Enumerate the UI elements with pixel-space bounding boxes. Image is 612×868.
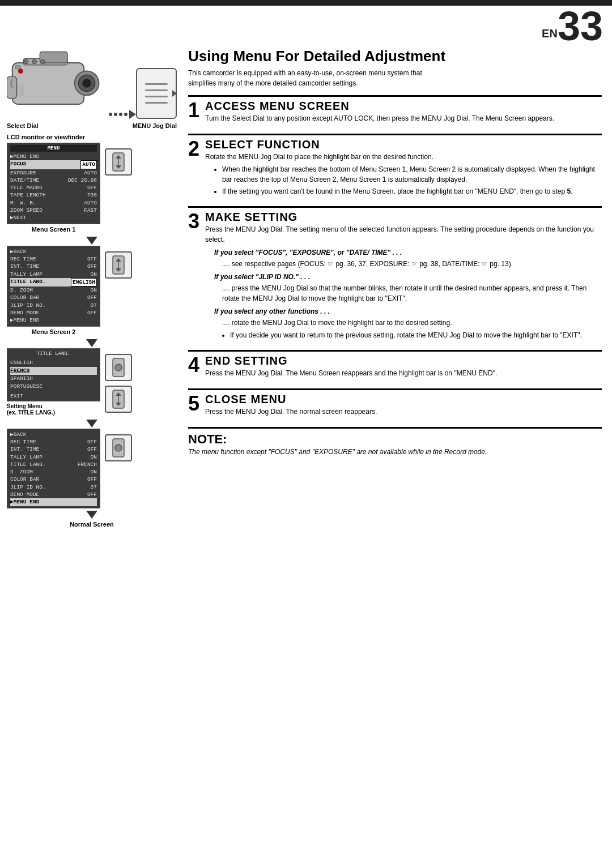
section-close-title-block: Close Menu Press the MENU Jog Dial. The …	[205, 394, 377, 417]
menu3-row-jlip: JLIP ID NO.07	[10, 484, 97, 491]
dial-arrow	[172, 90, 177, 97]
menu2-row-jlip: JLIP ID NO.07	[10, 302, 97, 309]
setting-option-portuguese: PORTUGUESE	[10, 383, 97, 391]
section-select-number: 2	[188, 139, 199, 159]
section-make-subs: If you select "FOCUS", "EXPOSURE", or "D…	[188, 247, 602, 340]
menu2-row-title-lang: TITLE LANG.ENGLISH	[10, 278, 97, 287]
jog-press-icon	[108, 357, 129, 378]
intro-text: This camcorder is equipped with an easy-…	[188, 68, 432, 88]
select-bullet-1: When the highlight bar reaches the botto…	[222, 164, 602, 185]
svg-point-10	[18, 69, 23, 74]
menu2-row-menu-end: ▶MENU END	[10, 317, 97, 324]
menu-screen2-box: ▶BACK REC TIMEOFF INT. TIMEOFF TALLY LAM…	[7, 246, 100, 327]
section-access-number: 1	[188, 100, 199, 121]
setting-menu-label: Setting Menu(ex. TITLE LANG.)	[7, 403, 100, 416]
menu-row-zoom-speed: ZOOM SPEEDFAST	[10, 207, 97, 214]
section-access: 1 Access Menu Screen Turn the Select Dia…	[188, 95, 602, 129]
section-end-title-block: End Setting Press the MENU Jog Dial. The…	[205, 355, 497, 378]
menu3-row-d-zoom: D. ZOOMON	[10, 468, 97, 476]
menu2-row-demo: DEMO MODEOFF	[10, 309, 97, 317]
dot3	[119, 113, 122, 116]
menu-row-next: ▶NEXT	[10, 214, 97, 221]
jog-icon-1	[105, 148, 132, 176]
arrow-down-2	[7, 339, 177, 347]
make-sub3-bullet: If you decide you want to return to the …	[230, 330, 602, 340]
section-access-header: 1 Access Menu Screen Turn the Select Dia…	[188, 100, 602, 123]
section-access-title-block: Access Menu Screen Turn the Select Dial …	[205, 100, 554, 123]
menu-screen1-label: Menu Screen 1	[7, 226, 100, 233]
menu-screen2-block: ▶BACK REC TIMEOFF INT. TIMEOFF TALLY LAM…	[7, 246, 177, 337]
section-end-title: End Setting	[205, 355, 497, 366]
setting-menu-box: TITLE LANG. ENGLISH FRENCH SPANISH PORTU…	[7, 348, 100, 401]
section-close-number: 5	[188, 394, 199, 414]
section-close: 5 Close Menu Press the MENU Jog Dial. Th…	[188, 388, 602, 422]
dot4	[124, 113, 128, 116]
menu-screen1-block: MENU ▶MENU END FOCUSAUTO EXPOSUREAUTO DA…	[7, 143, 177, 234]
note-body: The menu function except "FOCUS" and "EX…	[188, 447, 602, 457]
setting-exit: EXIT	[10, 393, 97, 399]
menu3-row-rec-time: REC TIMEOFF	[10, 438, 97, 446]
main-layout: Select Dial MENU Jog Dial LCD monitor or…	[0, 6, 612, 868]
right-column: Using Menu For Detailed Adjustment This …	[182, 11, 602, 862]
section-end-number: 4	[188, 355, 199, 375]
page-title: Using Menu For Detailed Adjustment	[188, 48, 602, 65]
section-select-header: 2 Select Function Rotate the MENU Jog Di…	[188, 139, 602, 162]
setting-option-english: ENGLISH	[10, 359, 97, 367]
camcorder-image	[7, 45, 109, 119]
jog-icon-5	[105, 434, 132, 461]
arrow-down-icon-3	[86, 420, 97, 427]
menu2-row-int-time: INT. TIMEOFF	[10, 263, 97, 270]
section-select: 2 Select Function Rotate the MENU Jog Di…	[188, 134, 602, 202]
menu3-row-demo: DEMO MODEOFF	[10, 491, 97, 498]
select-bullet-2: If the setting you want can't be found i…	[222, 186, 602, 196]
svg-point-8	[32, 59, 37, 64]
section-make: 3 Make Setting Press the MENU Jog Dial. …	[188, 206, 602, 345]
dial-labels: Select Dial MENU Jog Dial	[7, 122, 177, 129]
dot2	[114, 113, 117, 116]
arrow-down-4	[7, 511, 177, 519]
dot1	[109, 113, 112, 116]
menu-screen3-box: ▶BACK REC TIMEOFF INT. TIMEOFF TALLY LAM…	[7, 429, 100, 508]
jog-icon-2	[105, 251, 132, 279]
menu3-row-back: ▶BACK	[10, 431, 97, 438]
setting-option-french: FRENCH	[10, 367, 97, 375]
menu-row-datetime: DATE/TIMEDEC 25.98	[10, 177, 97, 184]
svg-point-3	[82, 79, 91, 88]
make-sub2-body: .... press the MENU Jog Dial so that the…	[214, 283, 602, 303]
section-make-title-block: Make Setting Press the MENU Jog Dial. Th…	[205, 211, 602, 245]
make-sub3-body: .... rotate the MENU Jog Dial to move th…	[214, 318, 602, 328]
menu-row-menu-end: ▶MENU END	[10, 153, 97, 160]
arrow-right	[129, 110, 136, 119]
section-access-body: Turn the Select Dial to any position exc…	[205, 113, 554, 123]
section-make-number: 3	[188, 211, 199, 232]
menu3-row-color-bar: COLOR BAROFF	[10, 476, 97, 483]
menu2-row-color-bar: COLOR BAROFF	[10, 294, 97, 301]
menu-row-tele-macro: TELE MACROOFF	[10, 184, 97, 191]
menu-row-tape-length: TAPE LENGTHT30	[10, 191, 97, 199]
left-column: Select Dial MENU Jog Dial LCD monitor or…	[7, 11, 182, 862]
setting-title: TITLE LANG.	[10, 350, 97, 357]
camcorder-area	[7, 45, 177, 119]
menu3-row-tally-lamp: TALLY LAMPON	[10, 454, 97, 461]
svg-point-9	[40, 59, 45, 64]
menu-screen3-block: ▶BACK REC TIMEOFF INT. TIMEOFF TALLY LAM…	[7, 429, 177, 508]
make-sub1-heading: If you select "FOCUS", "EXPOSURE", or "D…	[214, 247, 602, 258]
section-select-title-block: Select Function Rotate the MENU Jog Dial…	[205, 139, 434, 162]
setting-option-spanish: SPANISH	[10, 375, 97, 383]
svg-rect-0	[12, 63, 84, 104]
menu3-row-int-time: INT. TIMEOFF	[10, 446, 97, 453]
note-title: Note:	[188, 432, 602, 447]
section-close-body: Press the MENU Jog Dial. The normal scre…	[205, 407, 377, 417]
section-end-body: Press the MENU Jog Dial. The Menu Screen…	[205, 368, 497, 378]
dial-lines	[145, 83, 168, 104]
select-dial-label: Select Dial	[7, 122, 39, 129]
svg-point-20	[115, 364, 122, 371]
section-select-title: Select Function	[205, 139, 434, 150]
menu-screen1-box: MENU ▶MENU END FOCUSAUTO EXPOSUREAUTO DA…	[7, 143, 100, 224]
jog-scroll-icon3	[108, 389, 129, 409]
section-end: 4 End Setting Press the MENU Jog Dial. T…	[188, 350, 602, 384]
jog-scroll-icon	[108, 152, 129, 172]
section-end-header: 4 End Setting Press the MENU Jog Dial. T…	[188, 355, 602, 378]
section-access-title: Access Menu Screen	[205, 100, 554, 112]
setting-menu-block: TITLE LANG. ENGLISH FRENCH SPANISH PORTU…	[7, 348, 177, 417]
